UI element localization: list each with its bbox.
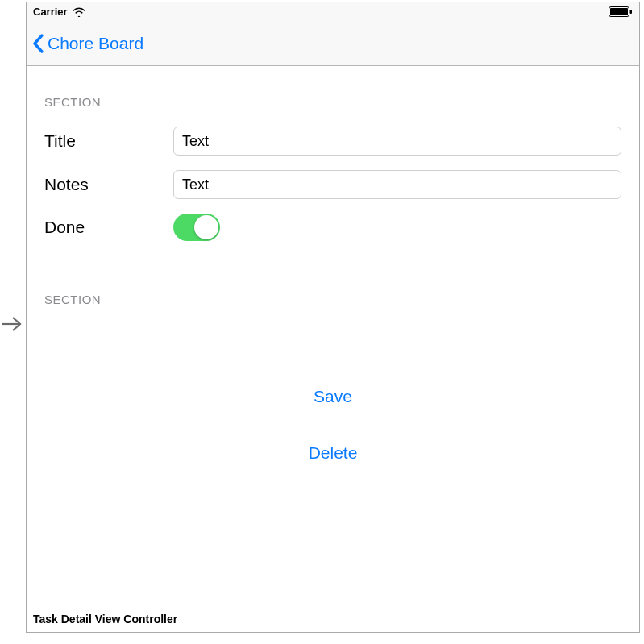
title-label: Title — [44, 131, 173, 151]
svg-rect-2 — [610, 8, 628, 15]
scene-name-label: Task Detail View Controller — [33, 613, 177, 625]
delete-button[interactable]: Delete — [309, 443, 358, 463]
scene-footer: Task Detail View Controller — [27, 605, 639, 632]
done-row: Done — [44, 214, 621, 241]
device-frame: Carrier Chore Boar — [26, 2, 640, 633]
title-row: Title — [44, 127, 621, 156]
svg-rect-3 — [630, 10, 633, 14]
section-1-header: SECTION — [44, 95, 621, 109]
section-2-header: SECTION — [44, 293, 621, 306]
notes-label: Notes — [44, 175, 173, 194]
navigation-bar: Chore Board — [27, 21, 639, 66]
status-bar: Carrier — [27, 2, 639, 21]
carrier-label: Carrier — [33, 6, 68, 18]
done-switch[interactable] — [173, 214, 220, 241]
segue-arrow-icon — [2, 313, 23, 339]
back-label: Chore Board — [48, 34, 143, 53]
switch-knob — [194, 215, 218, 239]
wifi-icon — [73, 7, 85, 17]
title-input[interactable] — [173, 127, 621, 156]
notes-row: Notes — [44, 170, 621, 199]
actions: Save Delete — [44, 387, 621, 463]
chevron-left-icon — [31, 33, 46, 54]
notes-input[interactable] — [173, 170, 621, 199]
save-button[interactable]: Save — [314, 387, 352, 406]
form-content: SECTION Title Notes Done SECTION Save De… — [27, 66, 639, 605]
battery-icon — [609, 6, 633, 17]
done-label: Done — [44, 218, 173, 237]
back-button[interactable]: Chore Board — [31, 33, 143, 54]
